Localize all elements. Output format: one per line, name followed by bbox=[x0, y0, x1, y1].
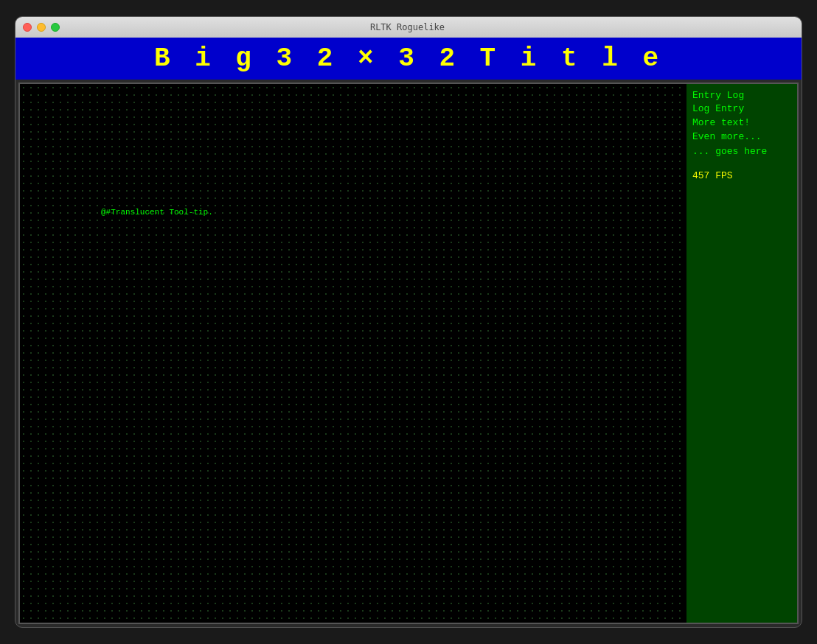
minimize-button[interactable] bbox=[37, 23, 46, 32]
log-entry-3: Even more... bbox=[692, 130, 791, 144]
game-title: B i g 3 2 × 3 2 T i t l e bbox=[154, 43, 663, 74]
game-title-bar: B i g 3 2 × 3 2 T i t l e bbox=[15, 38, 802, 80]
tooltip-text: @#Translucent Tool-tip. bbox=[101, 208, 213, 217]
main-content: @#Translucent Tool-tip. Entry Log Log En… bbox=[18, 83, 799, 624]
log-label: Entry Log bbox=[692, 90, 791, 101]
log-entry-1: Log Entry bbox=[692, 102, 791, 116]
fps-display: 457 FPS bbox=[692, 170, 791, 181]
sidebar-panel: Entry Log Log Entry More text! Even more… bbox=[686, 84, 797, 623]
log-entry-4: ... goes here bbox=[692, 145, 791, 158]
log-entry-2: More text! bbox=[692, 116, 791, 130]
window-title: RLTK Roguelike bbox=[65, 22, 750, 32]
titlebar: RLTK Roguelike bbox=[15, 17, 802, 38]
log-entries: Log Entry More text! Even more... ... go… bbox=[692, 102, 791, 158]
game-area[interactable]: @#Translucent Tool-tip. bbox=[20, 84, 686, 623]
app-window: RLTK Roguelike B i g 3 2 × 3 2 T i t l e… bbox=[15, 16, 802, 628]
maximize-button[interactable] bbox=[51, 23, 60, 32]
close-button[interactable] bbox=[23, 23, 32, 32]
